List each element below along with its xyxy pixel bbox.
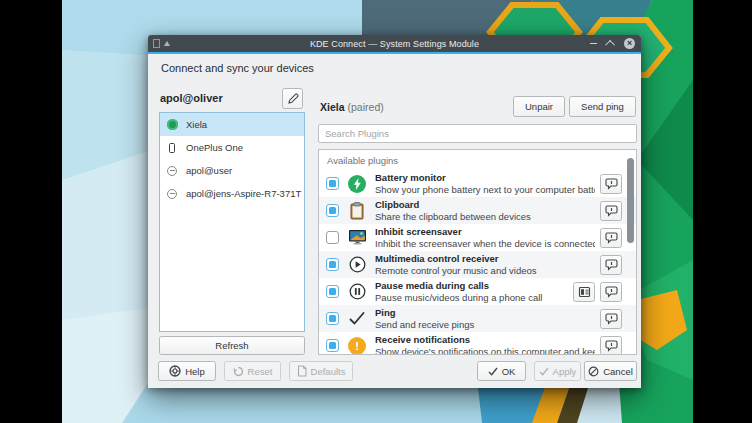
plugin-about-button[interactable] [600, 282, 622, 302]
device-list-item[interactable]: apol@user [160, 159, 304, 182]
plugin-name: Battery monitor [375, 172, 595, 184]
plugin-checkbox[interactable] [326, 231, 339, 244]
ok-label: OK [502, 366, 516, 377]
minimize-button[interactable] [588, 38, 599, 49]
offline-icon [166, 166, 178, 176]
plugin-checkbox[interactable] [326, 285, 339, 298]
device-list-item-label: Xiela [186, 119, 207, 130]
plugin-description: Remote control your music and videos [375, 265, 595, 276]
plugin-checkbox[interactable] [326, 258, 339, 271]
cancel-icon [588, 366, 599, 377]
device-list-item[interactable]: apol@jens-Aspire-R7-371T [160, 182, 304, 205]
defaults-label: Defaults [311, 366, 346, 377]
pencil-icon [287, 93, 299, 105]
plugins-header: Available plugins [319, 150, 636, 170]
plugin-row: Ping Send and receive pings [319, 305, 636, 332]
plugin-name: Pause media during calls [375, 280, 568, 292]
undo-icon [233, 366, 244, 377]
plugin-row: Clipboard Share the clipboard between de… [319, 197, 636, 224]
check-icon [488, 367, 498, 376]
device-list-item[interactable]: OnePlus One [160, 136, 304, 159]
search-plugins-input[interactable] [318, 124, 637, 143]
comment-info-icon [605, 178, 618, 190]
plugin-name: Ping [375, 307, 595, 319]
notification-icon: ! [347, 336, 367, 356]
check-icon [539, 367, 549, 376]
configure-icon [578, 286, 591, 298]
plugins-scrollbar[interactable] [627, 158, 634, 243]
rename-device-button[interactable] [282, 88, 303, 109]
refresh-button[interactable]: Refresh [159, 336, 305, 355]
reset-button[interactable]: Reset [224, 361, 281, 381]
document-revert-icon [297, 365, 307, 377]
reset-label: Reset [248, 366, 273, 377]
plugin-row: Inhibit screensaver Inhibit the screensa… [319, 224, 636, 251]
plugin-checkbox[interactable] [326, 177, 339, 190]
comment-info-icon [605, 286, 618, 298]
help-icon [169, 365, 181, 377]
device-list-item-label: apol@jens-Aspire-R7-371T [186, 188, 301, 199]
plugin-row: Battery monitor Show your phone battery … [319, 170, 636, 197]
cancel-label: Cancel [603, 366, 633, 377]
comment-info-icon [605, 232, 618, 244]
device-list-item-label: OnePlus One [186, 142, 243, 153]
plugin-description: Share the clipboard between devices [375, 211, 595, 222]
device-list-item-label: apol@user [186, 165, 232, 176]
device-list-item[interactable]: Xiela [160, 113, 304, 136]
device-status: (paired) [348, 101, 384, 113]
ok-button[interactable]: OK [477, 361, 526, 381]
plugin-row: Multimedia control receiver Remote contr… [319, 251, 636, 278]
offline-icon [166, 189, 178, 199]
window-titlebar[interactable]: KDE Connect — System Settings Module × [148, 35, 641, 54]
checkmark-icon [347, 309, 367, 329]
clipboard-icon [347, 201, 367, 221]
send-ping-button[interactable]: Send ping [569, 96, 636, 117]
plugin-description: Send and receive pings [375, 319, 595, 330]
close-button[interactable]: × [624, 38, 635, 49]
plugin-name: Receive notifications [375, 334, 595, 346]
plugins-panel: Available plugins Battery monitor Show y… [318, 149, 637, 355]
plugin-about-button[interactable] [600, 255, 622, 275]
apply-button[interactable]: Apply [534, 361, 581, 381]
plugins-list: Battery monitor Show your phone battery … [319, 170, 636, 355]
comment-info-icon [605, 259, 618, 271]
plugin-about-button[interactable] [600, 309, 622, 329]
unpair-button[interactable]: Unpair [513, 96, 565, 117]
phone-online-icon [166, 119, 178, 130]
battery-icon [347, 174, 367, 194]
plugin-description: Show your phone battery next to your com… [375, 184, 595, 195]
comment-info-icon [605, 205, 618, 217]
screensaver-icon [347, 228, 367, 248]
plugin-row: ! Receive notifications Show device's no… [319, 332, 636, 355]
maximize-icon [605, 40, 615, 50]
pin-icon[interactable] [153, 39, 160, 48]
plugin-checkbox[interactable] [326, 339, 339, 352]
plugin-about-button[interactable] [600, 174, 622, 194]
plugin-description: Show device's notifications on this comp… [375, 346, 595, 355]
app-menu-icon[interactable] [164, 41, 170, 46]
plugin-about-button[interactable] [600, 201, 622, 221]
plugin-name: Inhibit screensaver [375, 226, 595, 238]
account-name: apol@oliver [160, 92, 223, 104]
device-name: Xiela [320, 101, 345, 113]
apply-label: Apply [553, 366, 577, 377]
comment-info-icon [605, 340, 618, 352]
plugin-checkbox[interactable] [326, 204, 339, 217]
selected-device-title: Xiela(paired) [320, 101, 384, 113]
help-button[interactable]: Help [158, 361, 216, 381]
maximize-button[interactable] [606, 38, 617, 49]
plugin-about-button[interactable] [600, 336, 622, 356]
help-label: Help [185, 366, 205, 377]
plugin-name: Clipboard [375, 199, 595, 211]
plugin-about-button[interactable] [600, 228, 622, 248]
comment-info-icon [605, 313, 618, 325]
window-title: KDE Connect — System Settings Module [148, 39, 641, 49]
cancel-button[interactable]: Cancel [584, 361, 637, 381]
kde-connect-window: KDE Connect — System Settings Module × C… [148, 35, 641, 388]
plugin-name: Multimedia control receiver [375, 253, 595, 265]
plugin-configure-button[interactable] [573, 282, 595, 302]
phone-icon [166, 143, 178, 153]
defaults-button[interactable]: Defaults [289, 361, 353, 381]
plugin-checkbox[interactable] [326, 312, 339, 325]
plugin-description: Inhibit the screensaver when the device … [375, 238, 595, 249]
